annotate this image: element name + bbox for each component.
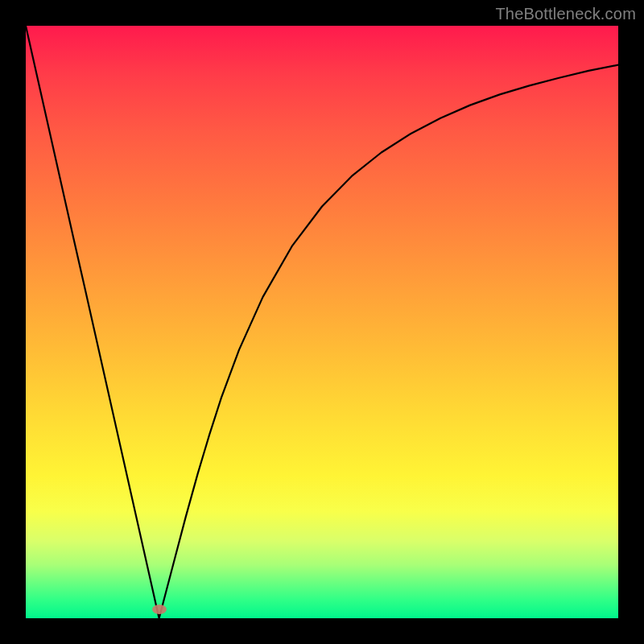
minimum-marker — [152, 605, 167, 614]
plot-area — [26, 26, 618, 618]
bottleneck-curve — [26, 26, 618, 618]
chart-frame: TheBottleneck.com — [0, 0, 644, 644]
watermark-text: TheBottleneck.com — [495, 5, 636, 23]
